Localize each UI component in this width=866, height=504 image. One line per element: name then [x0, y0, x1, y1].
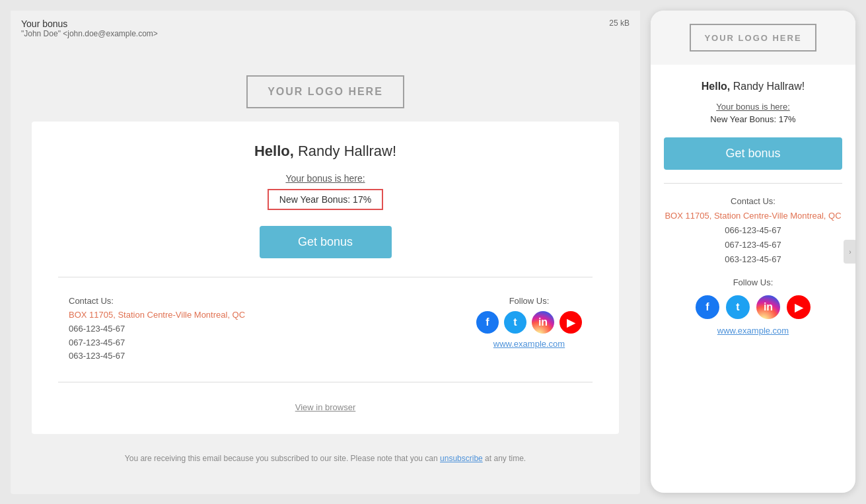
unsubscribe-link[interactable]: unsubscribe — [440, 454, 483, 463]
bonus-section: Your bonus is here: New Year Bonus: 17% — [58, 173, 593, 210]
mobile-greeting: Hello, Randy Hallraw! — [664, 81, 842, 92]
mobile-preview-panel: YOUR LOGO HERE Hello, Randy Hallraw! You… — [651, 11, 855, 493]
mobile-follow-title: Follow Us: — [664, 277, 842, 287]
contact-phone3: 063-123-45-67 — [69, 349, 245, 363]
follow-us: Follow Us: f t in ▶ www.example.com — [476, 296, 582, 363]
footer-divider — [58, 277, 593, 277]
youtube-icon[interactable]: ▶ — [559, 311, 582, 334]
mobile-social-icons: f t in ▶ — [664, 295, 842, 319]
disclaimer-suffix: at any time. — [485, 454, 526, 463]
contact-us: Contact Us: BOX 11705, Station Centre-Vi… — [69, 296, 245, 363]
mobile-phone3: 063-123-45-67 — [664, 252, 842, 267]
email-subject: Your bonus — [21, 18, 158, 29]
mobile-contact-address: BOX 11705, Station Centre-Ville Montreal… — [664, 209, 842, 223]
disclaimer-text: You are receiving this email because you… — [125, 454, 438, 463]
instagram-icon[interactable]: in — [532, 311, 554, 334]
mobile-youtube-icon[interactable]: ▶ — [787, 295, 811, 319]
mobile-bonus-value: New Year Bonus: 17% — [664, 114, 842, 124]
logo-placeholder: YOUR LOGO HERE — [246, 75, 404, 108]
mobile-card: Hello, Randy Hallraw! Your bonus is here… — [651, 65, 855, 346]
mobile-twitter-icon[interactable]: t — [726, 295, 750, 319]
mobile-phone1: 066-123-45-67 — [664, 223, 842, 238]
view-in-browser-link[interactable]: View in browser — [295, 402, 356, 412]
email-greeting: Hello, Randy Hallraw! — [58, 143, 593, 160]
scroll-indicator[interactable]: › — [844, 240, 855, 264]
greeting-name: Randy Hallraw! — [294, 143, 396, 159]
mobile-get-bonus-button[interactable]: Get bonus — [664, 137, 842, 170]
mobile-bonus-label: Your bonus is here: — [664, 102, 842, 112]
contact-phone1: 066-123-45-67 — [69, 322, 245, 336]
mobile-bonus-section: Your bonus is here: New Year Bonus: 17% — [664, 102, 842, 124]
twitter-icon[interactable]: t — [504, 311, 526, 334]
greeting-bold: Hello, — [254, 143, 294, 159]
mobile-instagram-icon[interactable]: in — [756, 295, 780, 319]
email-header: Your bonus "John Doe" <john.doe@example.… — [11, 11, 640, 46]
left-email-panel: Your bonus "John Doe" <john.doe@example.… — [11, 11, 640, 494]
email-body-wrapper: YOUR LOGO HERE Hello, Randy Hallraw! You… — [21, 52, 630, 484]
email-header-left: Your bonus "John Doe" <john.doe@example.… — [21, 18, 158, 38]
mobile-contact-title: Contact Us: — [664, 194, 842, 209]
follow-title: Follow Us: — [476, 296, 582, 306]
contact-address: BOX 11705, Station Centre-Ville Montreal… — [69, 308, 245, 322]
get-bonus-button[interactable]: Get bonus — [260, 226, 392, 258]
mobile-logo-placeholder: YOUR LOGO HERE — [690, 24, 816, 52]
mobile-website-link[interactable]: www.example.com — [664, 326, 842, 336]
facebook-icon[interactable]: f — [476, 311, 499, 334]
contact-title: Contact Us: — [69, 296, 245, 306]
mobile-footer-divider — [664, 183, 842, 184]
mobile-logo-area: YOUR LOGO HERE — [651, 11, 855, 65]
mobile-greeting-name: Randy Hallraw! — [730, 81, 805, 92]
contact-phone2: 067-123-45-67 — [69, 336, 245, 350]
footer-section: Contact Us: BOX 11705, Station Centre-Vi… — [58, 288, 593, 371]
view-in-browser: View in browser — [58, 393, 593, 418]
logo-text: YOUR LOGO HERE — [268, 86, 383, 97]
mobile-phone2: 067-123-45-67 — [664, 238, 842, 252]
logo-area: YOUR LOGO HERE — [32, 62, 619, 122]
social-icons: f t in ▶ — [476, 311, 582, 334]
email-card: Hello, Randy Hallraw! Your bonus is here… — [32, 122, 619, 434]
mobile-contact: Contact Us: BOX 11705, Station Centre-Vi… — [664, 194, 842, 267]
email-size: 25 kB — [609, 18, 630, 28]
bonus-value-box: New Year Bonus: 17% — [268, 189, 383, 210]
bonus-label: Your bonus is here: — [58, 173, 593, 184]
mobile-logo-text: YOUR LOGO HERE — [704, 33, 801, 43]
bottom-divider — [58, 382, 593, 382]
email-sender: "John Doe" <john.doe@example.com> — [21, 29, 158, 38]
mobile-follow: Follow Us: — [664, 277, 842, 287]
mobile-greeting-bold: Hello, — [702, 81, 731, 92]
mobile-facebook-icon[interactable]: f — [696, 295, 719, 319]
bonus-value: New Year Bonus: 17% — [279, 194, 371, 205]
website-link[interactable]: www.example.com — [476, 339, 582, 349]
disclaimer: You are receiving this email because you… — [32, 445, 619, 473]
